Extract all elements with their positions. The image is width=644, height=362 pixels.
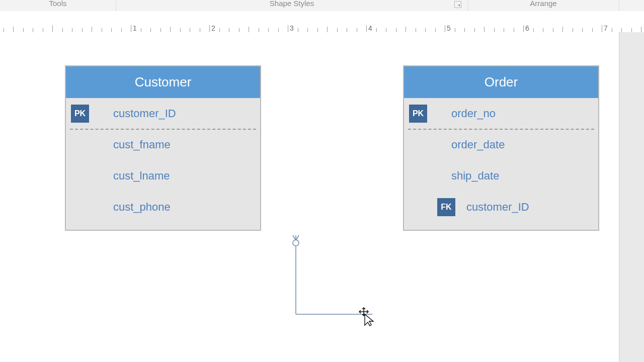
- entity-order-row[interactable]: ship_date: [409, 160, 593, 192]
- field-label: customer_ID: [459, 201, 593, 214]
- pk-badge: PK: [71, 105, 89, 123]
- canvas-off-page: [619, 32, 644, 362]
- entity-order-row-pk[interactable]: PK order_no: [409, 98, 593, 129]
- ruler-number: 5: [447, 24, 451, 32]
- horizontal-ruler: 1234567: [0, 11, 644, 33]
- entity-order[interactable]: Order PK order_no order_date ship_date F…: [403, 65, 599, 231]
- pk-badge: PK: [409, 105, 427, 123]
- entity-customer[interactable]: Customer PK customer_ID cust_fname cust_…: [65, 65, 261, 231]
- entity-order-row[interactable]: order_date: [409, 129, 593, 160]
- drawing-canvas[interactable]: Customer PK customer_ID cust_fname cust_…: [0, 32, 619, 362]
- svg-marker-8: [365, 314, 373, 326]
- entity-customer-row[interactable]: cust_phone: [71, 192, 255, 223]
- move-cursor-icon: [358, 307, 374, 327]
- ruler-number: 2: [211, 24, 215, 32]
- ruler-number: 1: [133, 24, 137, 32]
- ruler-number: 4: [368, 24, 372, 32]
- entity-customer-row[interactable]: cust_lname: [71, 160, 255, 192]
- shape-styles-dialog-launcher[interactable]: [454, 1, 461, 8]
- entity-customer-title: Customer: [66, 66, 260, 98]
- entity-customer-row-pk[interactable]: PK customer_ID: [71, 98, 255, 129]
- field-label: order_no: [431, 107, 593, 120]
- entity-order-title: Order: [404, 66, 598, 98]
- ribbon-group-shape-styles: Shape Styles: [116, 0, 468, 11]
- ruler-number: 6: [525, 24, 529, 32]
- entity-customer-row[interactable]: cust_fname: [71, 129, 255, 160]
- fk-badge: FK: [437, 198, 455, 216]
- field-label: cust_fname: [93, 138, 255, 151]
- field-label: order_date: [431, 138, 593, 151]
- svg-point-3: [293, 240, 299, 246]
- field-label: customer_ID: [93, 107, 255, 120]
- field-label: ship_date: [431, 169, 593, 183]
- ruler-number: 7: [604, 24, 608, 32]
- ruler-number: 3: [290, 24, 294, 32]
- field-label: cust_phone: [93, 201, 255, 214]
- svg-line-0: [293, 235, 296, 240]
- ribbon-group-tools: Tools: [0, 0, 116, 11]
- svg-line-1: [296, 235, 299, 240]
- field-label: cust_lname: [93, 169, 255, 183]
- ribbon-group-arrange: Arrange: [468, 0, 619, 11]
- entity-order-row-fk[interactable]: FK customer_ID: [409, 192, 593, 223]
- ribbon-group-labels: Tools Shape Styles Arrange: [0, 0, 644, 12]
